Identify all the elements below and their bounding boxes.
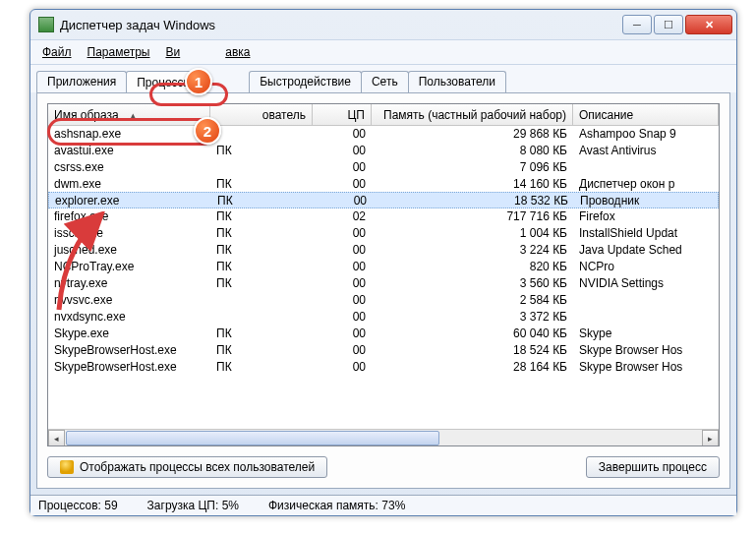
titlebar[interactable]: Диспетчер задач Windows ─ ☐ ✕ — [30, 10, 736, 39]
cell-memory: 28 164 КБ — [372, 359, 573, 376]
cell-cpu: 00 — [313, 259, 372, 275]
cell-description: Диспетчер окон р — [573, 176, 719, 193]
cell-name: issch.exe — [48, 225, 210, 242]
cell-user: ПК — [210, 143, 313, 159]
tab-applications[interactable]: Приложения — [36, 71, 127, 92]
cell-description: NCPro — [573, 259, 719, 275]
cell-cpu: 00 — [313, 143, 372, 159]
tab-performance[interactable]: Быстродействие — [249, 71, 362, 92]
table-row[interactable]: ashsnap.exe0029 868 КБAshampoo Snap 9 — [48, 126, 719, 143]
close-button[interactable]: ✕ — [685, 15, 732, 34]
show-all-users-label: Отображать процессы всех пользователей — [80, 460, 315, 474]
cell-user — [210, 309, 313, 326]
tabbar: Приложения Процессы Быстродействие Сеть … — [30, 65, 736, 92]
cell-cpu: 00 — [313, 359, 372, 376]
cell-memory: 14 160 КБ — [372, 176, 573, 193]
show-all-users-button[interactable]: Отображать процессы всех пользователей — [47, 456, 327, 478]
table-row[interactable]: avastui.exeПК008 080 КБAvast Antivirus — [48, 143, 719, 159]
horizontal-scrollbar[interactable]: ◂ ▸ — [48, 429, 719, 445]
cell-cpu: 00 — [313, 275, 372, 292]
table-row[interactable]: firefox.exeПК02717 716 КБFirefox — [48, 208, 719, 225]
cell-memory: 2 584 КБ — [372, 292, 573, 309]
minimize-button[interactable]: ─ — [622, 15, 652, 34]
tab-content: Имя образа ▴ ователь ЦП Память (частный … — [36, 92, 730, 489]
col-image-name[interactable]: Имя образа ▴ — [48, 104, 210, 125]
cell-cpu: 00 — [313, 242, 372, 259]
cell-user: ПК — [210, 359, 313, 376]
cell-name: avastui.exe — [48, 143, 210, 159]
menu-view[interactable]: Ви — [159, 43, 186, 61]
task-manager-window: Диспетчер задач Windows ─ ☐ ✕ Файл Парам… — [29, 9, 737, 516]
cell-description: Ashampoo Snap 9 — [573, 126, 719, 143]
annotation-badge-2: 2 — [194, 117, 221, 145]
cell-user — [210, 126, 313, 143]
app-icon — [38, 17, 54, 32]
table-row[interactable]: nvvsvc.exe002 584 КБ — [48, 292, 719, 309]
cell-cpu: 00 — [313, 342, 372, 359]
status-memory: Физическая память: 73% — [268, 499, 405, 512]
cell-description: Skype Browser Hos — [573, 342, 719, 359]
table-row[interactable]: SkypeBrowserHost.exeПК0028 164 КБSkype B… — [48, 359, 719, 376]
cell-name: dwm.exe — [48, 176, 210, 193]
cell-name: csrss.exe — [48, 159, 210, 176]
scroll-left-button[interactable]: ◂ — [48, 430, 65, 446]
cell-name: SkypeBrowserHost.exe — [48, 359, 210, 376]
cell-description: Skype Browser Hos — [573, 359, 719, 376]
col-cpu[interactable]: ЦП — [313, 104, 372, 125]
cell-user: ПК — [210, 326, 313, 342]
menu-options[interactable]: Параметры — [82, 43, 156, 61]
cell-description: NVIDIA Settings — [573, 275, 719, 292]
col-description[interactable]: Описание — [573, 104, 719, 125]
scroll-thumb[interactable] — [66, 431, 439, 445]
table-row[interactable]: explorer.exeПК0018 532 КБПроводник — [48, 192, 719, 208]
cell-name: jusched.exe — [48, 242, 210, 259]
menu-help[interactable]: авка — [219, 43, 256, 61]
cell-description — [573, 292, 719, 309]
table-row[interactable]: csrss.exe007 096 КБ — [48, 159, 719, 176]
cell-description: Avast Antivirus — [573, 143, 719, 159]
table-row[interactable]: nvtray.exeПК003 560 КБNVIDIA Settings — [48, 275, 719, 292]
cell-user: ПК — [210, 225, 313, 242]
cell-memory: 1 004 КБ — [372, 225, 573, 242]
maximize-button[interactable]: ☐ — [654, 15, 683, 34]
cell-description: Firefox — [573, 208, 719, 225]
cell-cpu: 00 — [313, 126, 372, 143]
table-row[interactable]: nvxdsync.exe003 372 КБ — [48, 309, 719, 326]
cell-memory: 29 868 КБ — [372, 126, 573, 143]
cell-user: ПК — [211, 193, 314, 208]
cell-name: ashsnap.exe — [48, 126, 210, 143]
table-row[interactable]: NCProTray.exeПК00820 КБNCPro — [48, 259, 719, 275]
cell-name: explorer.exe — [49, 193, 211, 208]
cell-name: Skype.exe — [48, 326, 210, 342]
cell-cpu: 00 — [313, 292, 372, 309]
process-rows: ashsnap.exe0029 868 КБAshampoo Snap 9ava… — [48, 126, 719, 429]
process-list: Имя образа ▴ ователь ЦП Память (частный … — [47, 103, 720, 446]
cell-memory: 18 532 КБ — [373, 193, 574, 208]
table-row[interactable]: jusched.exeПК003 224 КБJava Update Sched — [48, 242, 719, 259]
menu-file[interactable]: Файл — [36, 43, 78, 61]
menubar: Файл Параметры Ви авка — [30, 39, 736, 65]
table-row[interactable]: issch.exeПК001 004 КБInstallShield Updat — [48, 225, 719, 242]
cell-memory: 8 080 КБ — [372, 143, 573, 159]
cell-name: firefox.exe — [48, 208, 210, 225]
table-row[interactable]: SkypeBrowserHost.exeПК0018 524 КБSkype B… — [48, 342, 719, 359]
col-memory[interactable]: Память (частный рабочий набор) — [372, 104, 573, 125]
cell-user — [210, 159, 313, 176]
tab-networking[interactable]: Сеть — [361, 71, 409, 92]
annotation-badge-1: 1 — [185, 68, 212, 95]
cell-description: Skype — [573, 326, 719, 342]
statusbar: Процессов: 59 Загрузка ЦП: 5% Физическая… — [30, 495, 736, 515]
cell-memory: 3 224 КБ — [372, 242, 573, 259]
cell-cpu: 00 — [313, 309, 372, 326]
cell-description: Java Update Sched — [573, 242, 719, 259]
status-cpu: Загрузка ЦП: 5% — [147, 499, 239, 512]
cell-cpu: 02 — [313, 208, 372, 225]
scroll-right-button[interactable]: ▸ — [702, 430, 719, 446]
table-row[interactable]: dwm.exeПК0014 160 КБДиспетчер окон р — [48, 176, 719, 193]
cell-user: ПК — [210, 242, 313, 259]
table-row[interactable]: Skype.exeПК0060 040 КБSkype — [48, 326, 719, 342]
end-process-button[interactable]: Завершить процесс — [586, 456, 720, 478]
tab-users[interactable]: Пользователи — [408, 71, 506, 92]
column-headers: Имя образа ▴ ователь ЦП Память (частный … — [48, 104, 719, 126]
col-user[interactable]: ователь — [210, 104, 313, 125]
